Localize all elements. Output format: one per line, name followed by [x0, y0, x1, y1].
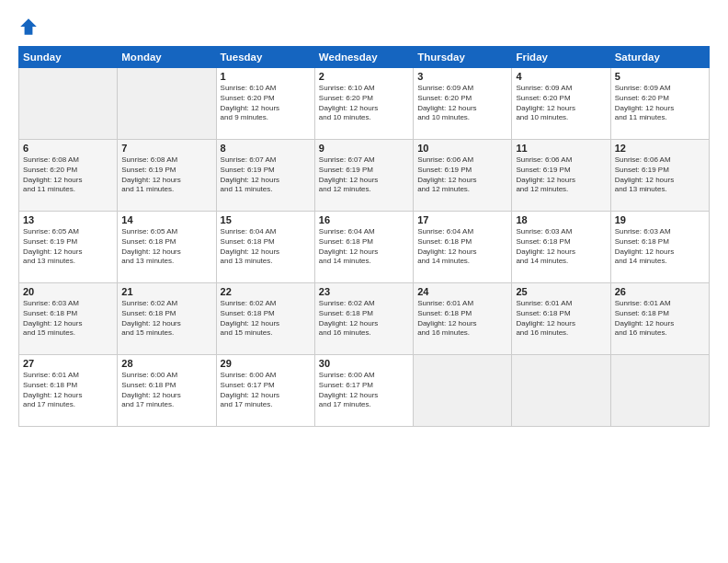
day-cell: 30Sunrise: 6:00 AM Sunset: 6:17 PM Dayli… [314, 355, 413, 427]
week-row: 1Sunrise: 6:10 AM Sunset: 6:20 PM Daylig… [19, 68, 710, 140]
day-detail: Sunrise: 6:09 AM Sunset: 6:20 PM Dayligh… [417, 84, 507, 123]
day-number: 26 [615, 286, 705, 297]
day-cell [610, 355, 709, 427]
day-number: 13 [23, 214, 113, 225]
day-detail: Sunrise: 6:05 AM Sunset: 6:19 PM Dayligh… [23, 227, 113, 267]
day-cell: 28Sunrise: 6:00 AM Sunset: 6:18 PM Dayli… [118, 355, 216, 427]
day-number: 23 [319, 286, 409, 297]
day-cell: 2Sunrise: 6:10 AM Sunset: 6:20 PM Daylig… [314, 68, 413, 140]
day-detail: Sunrise: 6:09 AM Sunset: 6:20 PM Dayligh… [516, 84, 606, 123]
logo-icon [18, 17, 39, 37]
day-number: 12 [615, 143, 705, 154]
header-cell-friday: Friday [512, 47, 610, 68]
day-number: 18 [516, 214, 606, 225]
day-number: 19 [615, 214, 705, 225]
day-number: 6 [23, 143, 113, 154]
day-cell: 16Sunrise: 6:04 AM Sunset: 6:18 PM Dayli… [314, 212, 413, 283]
day-number: 11 [516, 143, 606, 154]
svg-marker-0 [20, 18, 37, 35]
day-number: 27 [23, 358, 113, 369]
day-cell: 10Sunrise: 6:06 AM Sunset: 6:19 PM Dayli… [414, 140, 512, 212]
day-number: 29 [221, 358, 311, 369]
day-number: 21 [121, 286, 211, 297]
header-cell-thursday: Thursday [414, 47, 512, 68]
day-cell [512, 355, 610, 427]
day-detail: Sunrise: 6:06 AM Sunset: 6:19 PM Dayligh… [516, 155, 606, 195]
day-detail: Sunrise: 6:01 AM Sunset: 6:18 PM Dayligh… [615, 299, 705, 339]
day-number: 17 [417, 214, 507, 225]
day-cell: 5Sunrise: 6:09 AM Sunset: 6:20 PM Daylig… [610, 68, 709, 140]
day-cell: 15Sunrise: 6:04 AM Sunset: 6:18 PM Dayli… [216, 212, 314, 283]
day-cell: 24Sunrise: 6:01 AM Sunset: 6:18 PM Dayli… [414, 283, 512, 355]
day-detail: Sunrise: 6:04 AM Sunset: 6:18 PM Dayligh… [417, 227, 507, 267]
week-row: 20Sunrise: 6:03 AM Sunset: 6:18 PM Dayli… [19, 283, 710, 355]
day-number: 15 [221, 214, 311, 225]
day-number: 24 [417, 286, 507, 297]
day-detail: Sunrise: 6:03 AM Sunset: 6:18 PM Dayligh… [615, 227, 705, 267]
day-number: 3 [417, 71, 507, 82]
day-detail: Sunrise: 6:00 AM Sunset: 6:18 PM Dayligh… [121, 371, 211, 410]
day-detail: Sunrise: 6:03 AM Sunset: 6:18 PM Dayligh… [23, 299, 113, 339]
logo [18, 17, 42, 37]
day-cell: 3Sunrise: 6:09 AM Sunset: 6:20 PM Daylig… [414, 68, 512, 140]
day-number: 5 [615, 71, 705, 82]
calendar-page: SundayMondayTuesdayWednesdayThursdayFrid… [0, 0, 728, 563]
day-number: 4 [516, 71, 606, 82]
day-cell [118, 68, 216, 140]
day-cell [414, 355, 512, 427]
week-row: 13Sunrise: 6:05 AM Sunset: 6:19 PM Dayli… [19, 212, 710, 283]
day-detail: Sunrise: 6:07 AM Sunset: 6:19 PM Dayligh… [221, 155, 311, 195]
day-number: 14 [121, 214, 211, 225]
day-cell: 27Sunrise: 6:01 AM Sunset: 6:18 PM Dayli… [19, 355, 118, 427]
day-detail: Sunrise: 6:01 AM Sunset: 6:18 PM Dayligh… [516, 299, 606, 339]
week-row: 6Sunrise: 6:08 AM Sunset: 6:20 PM Daylig… [19, 140, 710, 212]
day-cell: 7Sunrise: 6:08 AM Sunset: 6:19 PM Daylig… [118, 140, 216, 212]
day-cell: 22Sunrise: 6:02 AM Sunset: 6:18 PM Dayli… [216, 283, 314, 355]
week-row: 27Sunrise: 6:01 AM Sunset: 6:18 PM Dayli… [19, 355, 710, 427]
day-detail: Sunrise: 6:08 AM Sunset: 6:20 PM Dayligh… [23, 155, 113, 195]
day-detail: Sunrise: 6:07 AM Sunset: 6:19 PM Dayligh… [319, 155, 409, 195]
day-detail: Sunrise: 6:00 AM Sunset: 6:17 PM Dayligh… [221, 371, 311, 410]
day-number: 16 [319, 214, 409, 225]
day-cell: 17Sunrise: 6:04 AM Sunset: 6:18 PM Dayli… [414, 212, 512, 283]
header-cell-wednesday: Wednesday [314, 47, 413, 68]
day-detail: Sunrise: 6:08 AM Sunset: 6:19 PM Dayligh… [121, 155, 211, 195]
day-cell: 9Sunrise: 6:07 AM Sunset: 6:19 PM Daylig… [314, 140, 413, 212]
day-cell: 19Sunrise: 6:03 AM Sunset: 6:18 PM Dayli… [610, 212, 709, 283]
day-detail: Sunrise: 6:06 AM Sunset: 6:19 PM Dayligh… [417, 155, 507, 195]
day-detail: Sunrise: 6:06 AM Sunset: 6:19 PM Dayligh… [615, 155, 705, 195]
header-cell-saturday: Saturday [610, 47, 709, 68]
day-detail: Sunrise: 6:01 AM Sunset: 6:18 PM Dayligh… [417, 299, 507, 339]
day-cell: 11Sunrise: 6:06 AM Sunset: 6:19 PM Dayli… [512, 140, 610, 212]
day-cell: 4Sunrise: 6:09 AM Sunset: 6:20 PM Daylig… [512, 68, 610, 140]
day-detail: Sunrise: 6:00 AM Sunset: 6:17 PM Dayligh… [319, 371, 409, 410]
day-detail: Sunrise: 6:04 AM Sunset: 6:18 PM Dayligh… [319, 227, 409, 267]
day-number: 10 [417, 143, 507, 154]
day-cell: 8Sunrise: 6:07 AM Sunset: 6:19 PM Daylig… [216, 140, 314, 212]
day-cell: 21Sunrise: 6:02 AM Sunset: 6:18 PM Dayli… [118, 283, 216, 355]
day-detail: Sunrise: 6:03 AM Sunset: 6:18 PM Dayligh… [516, 227, 606, 267]
day-detail: Sunrise: 6:01 AM Sunset: 6:18 PM Dayligh… [23, 371, 113, 410]
day-cell: 25Sunrise: 6:01 AM Sunset: 6:18 PM Dayli… [512, 283, 610, 355]
day-cell: 6Sunrise: 6:08 AM Sunset: 6:20 PM Daylig… [19, 140, 118, 212]
day-cell: 29Sunrise: 6:00 AM Sunset: 6:17 PM Dayli… [216, 355, 314, 427]
day-cell: 14Sunrise: 6:05 AM Sunset: 6:18 PM Dayli… [118, 212, 216, 283]
day-cell [19, 68, 118, 140]
calendar-table: SundayMondayTuesdayWednesdayThursdayFrid… [18, 46, 710, 427]
day-detail: Sunrise: 6:02 AM Sunset: 6:18 PM Dayligh… [121, 299, 211, 339]
day-cell: 18Sunrise: 6:03 AM Sunset: 6:18 PM Dayli… [512, 212, 610, 283]
header-row: SundayMondayTuesdayWednesdayThursdayFrid… [19, 47, 710, 68]
day-detail: Sunrise: 6:02 AM Sunset: 6:18 PM Dayligh… [319, 299, 409, 339]
day-detail: Sunrise: 6:09 AM Sunset: 6:20 PM Dayligh… [615, 84, 705, 123]
day-number: 28 [121, 358, 211, 369]
day-cell: 26Sunrise: 6:01 AM Sunset: 6:18 PM Dayli… [610, 283, 709, 355]
header [18, 17, 710, 37]
day-number: 9 [319, 143, 409, 154]
day-detail: Sunrise: 6:05 AM Sunset: 6:18 PM Dayligh… [121, 227, 211, 267]
day-number: 22 [221, 286, 311, 297]
day-detail: Sunrise: 6:10 AM Sunset: 6:20 PM Dayligh… [319, 84, 409, 123]
day-number: 2 [319, 71, 409, 82]
day-detail: Sunrise: 6:02 AM Sunset: 6:18 PM Dayligh… [221, 299, 311, 339]
header-cell-sunday: Sunday [19, 47, 118, 68]
day-cell: 20Sunrise: 6:03 AM Sunset: 6:18 PM Dayli… [19, 283, 118, 355]
